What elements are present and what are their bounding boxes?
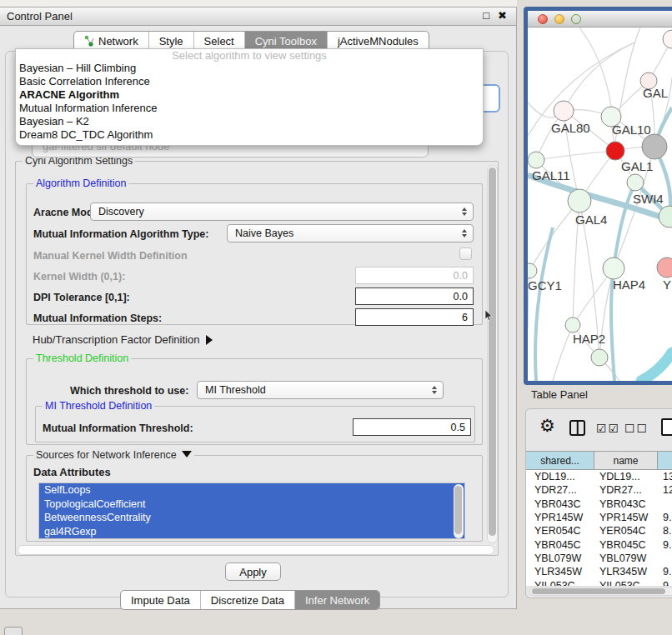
settings-vertical-scrollbar-thumb[interactable] bbox=[489, 168, 496, 536]
control-panel-titlebar: Control Panel □ ✖ bbox=[0, 8, 516, 26]
network-canvas[interactable]: GAL GAL80 GAL10 GAL1 GAL11 SWI4 GAL4 GCY… bbox=[528, 28, 672, 381]
network-node-swi4[interactable] bbox=[627, 174, 644, 191]
sources-group: Sources for Network Inference Data Attri… bbox=[26, 455, 483, 542]
table-row[interactable]: YLR345W YLR345W 9. bbox=[526, 565, 672, 578]
tab-cyni-toolbox[interactable]: Cyni Toolbox bbox=[244, 32, 327, 50]
zoom-traffic-light[interactable] bbox=[571, 14, 581, 24]
aracne-mode-value: Discovery bbox=[98, 206, 144, 218]
list-item-selfloops[interactable]: SelfLoops bbox=[39, 483, 464, 498]
list-vertical-scrollbar-thumb[interactable] bbox=[454, 486, 462, 534]
network-node-gal11[interactable] bbox=[528, 152, 544, 168]
node-label-hap2: HAP2 bbox=[573, 332, 605, 346]
network-window-titlebar bbox=[528, 11, 672, 28]
column-header-partial[interactable] bbox=[658, 452, 672, 469]
network-node-hap4[interactable] bbox=[603, 258, 624, 279]
control-panel-top-strip bbox=[0, 0, 517, 7]
algorithm-item-bayesian-hill-climbing[interactable]: Bayesian – Hill Climbing bbox=[16, 62, 483, 75]
manual-kernel-checkbox bbox=[459, 248, 472, 260]
algorithm-item-basic-correlation[interactable]: Basic Correlation Inference bbox=[16, 75, 483, 88]
control-panel-title: Control Panel bbox=[7, 10, 73, 22]
minimize-traffic-light[interactable] bbox=[554, 14, 564, 24]
bottom-left-partial-button[interactable] bbox=[4, 627, 23, 635]
mi-threshold-field[interactable]: 0.5 bbox=[353, 418, 471, 436]
algorithm-item-bayesian-k2[interactable]: Bayesian – K2 bbox=[16, 115, 483, 128]
table-horizontal-scrollbar-thumb[interactable] bbox=[532, 588, 665, 594]
node-label-gal4: GAL4 bbox=[575, 212, 607, 227]
close-traffic-light[interactable] bbox=[538, 14, 548, 24]
algorithm-item-aracne[interactable]: ARACNE Algorithm bbox=[16, 88, 483, 102]
algorithm-item-dream8[interactable]: Dream8 DC_TDC Algorithm bbox=[16, 128, 483, 142]
which-threshold-value: MI Threshold bbox=[205, 384, 266, 396]
dpi-tolerance-field[interactable]: 0.0 bbox=[355, 288, 474, 305]
expand-right-icon bbox=[206, 335, 213, 345]
table-body: YDL19... YDL19... 13 YDR27... YDR27... 1… bbox=[526, 470, 672, 586]
algorithm-placeholder-item[interactable]: Select algorithm to view settings bbox=[16, 49, 483, 62]
node-label-gal11: GAL11 bbox=[532, 168, 570, 182]
settings-horizontal-scrollbar[interactable] bbox=[18, 545, 494, 555]
tab-discretize-data[interactable]: Discretize Data bbox=[200, 591, 294, 609]
export-table-icon[interactable] bbox=[661, 418, 672, 436]
list-item-topologicalcoefficient[interactable]: TopologicalCoefficient bbox=[39, 498, 464, 512]
which-threshold-combo[interactable]: MI Threshold bbox=[197, 381, 444, 399]
node-label-gal80: GAL80 bbox=[551, 121, 590, 135]
table-row[interactable]: YPR145W YPR145W 9. bbox=[526, 511, 672, 524]
mi-steps-field[interactable]: 6 bbox=[355, 308, 474, 326]
network-node-gal80[interactable] bbox=[554, 101, 574, 121]
combo-spinner-icon bbox=[462, 208, 467, 216]
cyni-bottom-tab-bar: Impute Data Discretize Data Infer Networ… bbox=[120, 590, 380, 610]
network-node-gray[interactable] bbox=[642, 134, 667, 159]
list-item-gal4rgexp[interactable]: gal4RGexp bbox=[39, 525, 464, 539]
network-node-bottom-partial[interactable] bbox=[591, 349, 608, 366]
algorithm-definition-title: Algorithm Definition bbox=[33, 178, 128, 189]
mi-threshold-value: 0.5 bbox=[451, 422, 465, 433]
hub-definition-toggle[interactable]: Hub/Transcription Factor Definition bbox=[33, 333, 213, 346]
mi-threshold-definition-group: MI Threshold Definition Mutual Informati… bbox=[35, 406, 475, 442]
network-node-salmon[interactable] bbox=[657, 258, 672, 278]
tab-style[interactable]: Style bbox=[148, 32, 193, 50]
settings-vertical-scrollbar[interactable] bbox=[487, 165, 498, 543]
mi-type-combo[interactable]: Naive Bayes bbox=[227, 224, 474, 242]
table-row[interactable]: YDL19... YDL19... 13 bbox=[526, 470, 672, 483]
data-attributes-label: Data Attributes bbox=[33, 466, 111, 478]
node-label-y-partial: Y bbox=[663, 278, 671, 292]
dpi-tolerance-label: DPI Tolerance [0,1]: bbox=[33, 292, 130, 303]
network-node-gal4[interactable] bbox=[568, 189, 591, 212]
column-header-shared-name[interactable]: shared... bbox=[526, 452, 594, 469]
table-row[interactable]: YIL053C YIL053C 9 bbox=[526, 578, 672, 586]
network-node-hap2[interactable] bbox=[565, 318, 580, 332]
tab-infer-network[interactable]: Infer Network bbox=[294, 591, 379, 609]
network-node-gcy1[interactable] bbox=[528, 263, 537, 278]
tab-network-label: Network bbox=[98, 35, 138, 48]
aracne-mode-combo[interactable]: Discovery bbox=[90, 202, 474, 221]
close-window-icon[interactable]: ✖ bbox=[498, 9, 507, 22]
table-row[interactable]: YDR27... YDR27... 12 bbox=[526, 483, 672, 497]
network-node-top-partial[interactable] bbox=[663, 30, 672, 48]
control-panel-window: Control Panel □ ✖ Network Style Select C… bbox=[0, 7, 517, 609]
apply-button[interactable]: Apply bbox=[225, 562, 281, 581]
network-edge-cyan-thick bbox=[641, 352, 672, 381]
tab-impute-data[interactable]: Impute Data bbox=[121, 591, 200, 609]
threshold-definition-title: Threshold Definition bbox=[33, 352, 131, 364]
table-row[interactable]: YBR043C YBR043C bbox=[526, 498, 672, 511]
unselect-all-columns-icon[interactable]: ☐☐ bbox=[624, 422, 649, 435]
tab-select[interactable]: Select bbox=[193, 32, 244, 50]
cyni-algorithm-settings-group: Cyni Algorithm Settings Algorithm Defini… bbox=[15, 161, 499, 556]
select-all-columns-icon[interactable]: ☑☑ bbox=[596, 422, 620, 435]
list-item-betweennesscentrality[interactable]: BetweennessCentrality bbox=[39, 511, 464, 525]
table-row[interactable]: YBL079W YBL079W bbox=[526, 552, 672, 565]
algorithm-item-mutual-information[interactable]: Mutual Information Inference bbox=[16, 102, 483, 115]
gear-icon[interactable]: ⚙ bbox=[539, 416, 555, 436]
list-vertical-scrollbar[interactable] bbox=[454, 484, 464, 538]
columns-icon[interactable] bbox=[569, 420, 585, 436]
table-horizontal-scrollbar[interactable] bbox=[529, 587, 672, 596]
network-node-gal1-selected[interactable] bbox=[606, 142, 624, 160]
float-window-icon[interactable]: □ bbox=[483, 9, 489, 22]
tab-network[interactable]: Network bbox=[74, 32, 148, 50]
sources-title[interactable]: Sources for Network Inference bbox=[33, 449, 194, 461]
table-row[interactable]: YBR045C YBR045C 9. bbox=[526, 538, 672, 551]
node-label-gal10: GAL10 bbox=[612, 122, 651, 137]
tab-jactivemnodules[interactable]: jActiveMNodules bbox=[327, 32, 429, 50]
table-row[interactable]: YER054C YER054C 8. bbox=[526, 524, 672, 538]
network-view-window: GAL GAL80 GAL10 GAL1 GAL11 SWI4 GAL4 GCY… bbox=[524, 7, 672, 385]
column-header-name[interactable]: name bbox=[594, 452, 658, 469]
